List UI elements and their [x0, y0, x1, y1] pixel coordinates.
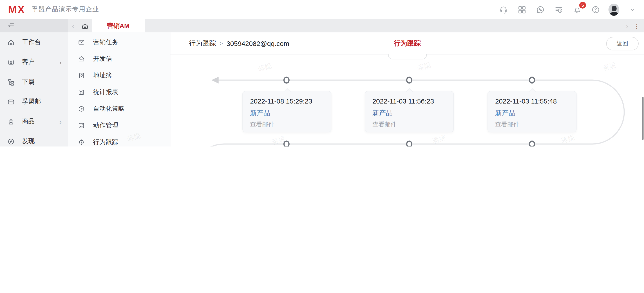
submenu-item-development-letter[interactable]: 开发信 — [68, 50, 170, 67]
back-button[interactable]: 返回 — [606, 37, 638, 50]
timeline-card: 2022-11-08 15:29:23 新产品 查看邮件 — [242, 91, 332, 132]
app-window: MX 孚盟产品演示专用企业 5 — [0, 0, 644, 147]
gauge-icon — [78, 105, 85, 112]
event-time: 2022-11-03 11:56:23 — [372, 97, 446, 105]
avatar — [608, 3, 619, 16]
breadcrumb: 行为跟踪 > 305942082@qq.com — [189, 39, 289, 48]
help-icon — [591, 5, 600, 14]
shopping-bag-icon — [7, 118, 15, 125]
home-icon — [7, 39, 15, 46]
event-time: 2022-11-03 11:55:48 — [495, 97, 569, 105]
event-action: 查看邮件 — [250, 121, 324, 129]
account-menu-button[interactable] — [627, 4, 638, 15]
headset-support-button[interactable] — [498, 4, 509, 15]
chevron-down-icon — [629, 6, 636, 13]
timeline-card: 2022-11-03 11:55:48 新产品 查看邮件 — [488, 91, 576, 132]
sidebar-item-fumeng-mail[interactable]: 孚盟邮 — [0, 92, 68, 112]
timeline-card: 2022-11-03 11:56:23 新产品 查看邮件 — [365, 91, 454, 132]
submenu-item-address-book[interactable]: 地址簿 — [68, 67, 170, 84]
report-chart-icon — [78, 88, 85, 96]
help-button[interactable] — [590, 4, 601, 15]
envelope-open-icon — [78, 55, 85, 62]
main-content: 行为跟踪 > 305942082@qq.com 行为跟踪 返回 — [170, 33, 644, 147]
chevron-right-icon: › — [59, 59, 62, 66]
task-history-button[interactable] — [553, 4, 564, 15]
breadcrumb-current: 305942082@qq.com — [226, 40, 289, 47]
tab-scroll-left-icon[interactable]: ‹ — [68, 22, 78, 30]
product-link[interactable]: 新产品 — [250, 109, 270, 117]
address-book-icon — [78, 72, 85, 79]
sidebar-item-products[interactable]: 商品 › — [0, 112, 68, 131]
notification-button[interactable]: 5 — [572, 4, 582, 15]
company-name: 孚盟产品演示专用企业 — [32, 6, 99, 14]
compass-icon — [7, 138, 15, 145]
tab-more-menu-icon[interactable]: ⋮ — [634, 22, 640, 30]
tab-marketing-am[interactable]: 营销AM — [92, 19, 145, 33]
timeline-arrow-icon — [211, 77, 218, 84]
submenu-item-marketing-tasks[interactable]: 营销任务 — [68, 34, 170, 50]
submenu-item-automation-strategy[interactable]: 自动化策略 — [68, 100, 170, 117]
breadcrumb-separator: > — [220, 40, 223, 47]
product-link[interactable]: 新产品 — [372, 109, 392, 117]
primary-sidebar: 工作台 客户 › 下属 孚盟邮 商品 › 发现 — [0, 19, 68, 147]
top-header: MX 孚盟产品演示专用企业 5 — [0, 0, 644, 19]
breadcrumb-root[interactable]: 行为跟踪 — [189, 39, 216, 48]
page-title-tab[interactable]: 行为跟踪 — [394, 39, 421, 48]
mail-icon — [7, 98, 15, 106]
collapse-sidebar-icon — [7, 22, 15, 30]
notification-badge: 5 — [579, 2, 586, 9]
product-link[interactable]: 新产品 — [495, 109, 516, 117]
whatsapp-button[interactable] — [535, 4, 546, 15]
user-avatar[interactable] — [608, 4, 619, 15]
apps-grid-button[interactable] — [516, 4, 527, 15]
envelope-icon — [78, 39, 85, 46]
chevron-right-icon: › — [59, 118, 62, 125]
headset-icon — [498, 5, 508, 14]
swap-arrows-icon — [78, 122, 85, 129]
target-icon — [78, 138, 85, 146]
sidebar-item-subordinates[interactable]: 下属 — [0, 72, 68, 92]
apps-grid-icon — [517, 5, 526, 14]
submenu-item-behavior-tracking[interactable]: 行为跟踪 — [68, 134, 170, 147]
submenu-item-action-management[interactable]: 动作管理 — [68, 117, 170, 134]
customer-icon — [7, 58, 15, 66]
home-icon — [82, 22, 88, 30]
secondary-sidebar: 营销任务 开发信 地址簿 统计报表 — [68, 33, 170, 147]
event-action: 查看邮件 — [495, 121, 569, 129]
sidebar-item-customers[interactable]: 客户 › — [0, 52, 68, 72]
submenu-item-statistics-report[interactable]: 统计报表 — [68, 84, 170, 100]
task-list-clock-icon — [554, 5, 563, 14]
event-action: 查看邮件 — [372, 121, 446, 129]
sidebar-item-workbench[interactable]: 工作台 — [0, 33, 68, 52]
tab-scroll-right-icon[interactable]: › — [626, 22, 628, 30]
sidebar-item-discover[interactable]: 发现 — [0, 131, 68, 147]
sidebar-collapse-button[interactable] — [0, 19, 68, 33]
vertical-scrollbar[interactable] — [642, 97, 644, 140]
breadcrumb-row: 行为跟踪 > 305942082@qq.com 行为跟踪 返回 — [170, 33, 644, 55]
mx-logo: MX — [8, 4, 26, 15]
org-chart-icon — [7, 78, 15, 86]
title-tab-notch — [388, 54, 426, 59]
tab-bar: ‹ 营销AM › ⋮ — [68, 19, 644, 33]
event-time: 2022-11-08 15:29:23 — [250, 97, 324, 105]
tab-home-button[interactable] — [78, 22, 92, 30]
whatsapp-icon — [536, 5, 545, 14]
